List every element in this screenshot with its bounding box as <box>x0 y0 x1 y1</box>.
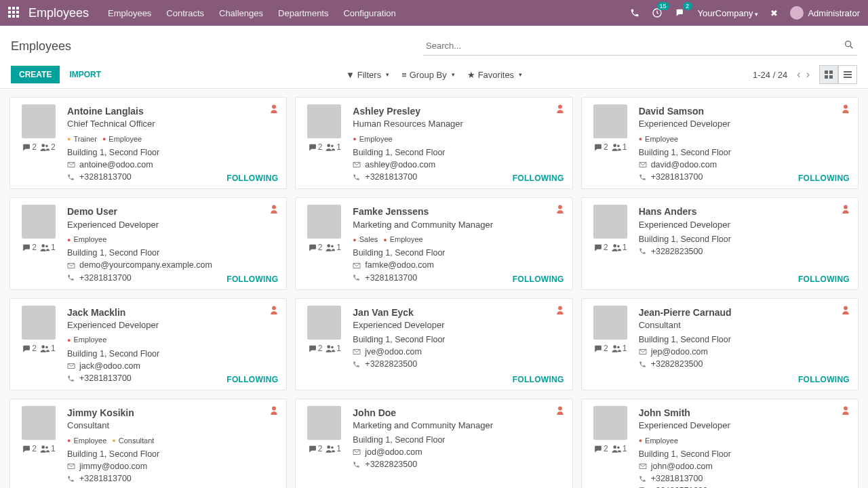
message-icon[interactable] <box>593 143 602 151</box>
employee-name: Jan Van Eyck <box>353 306 564 319</box>
main-nav: Employees Contracts Challenges Departmen… <box>108 8 629 18</box>
svg-point-29 <box>272 306 276 310</box>
email-line: famke@odoo.com <box>353 259 564 271</box>
kanban-view-button[interactable] <box>819 65 838 84</box>
employee-card[interactable]: 2 1 John Doe Marketing and Community Man… <box>295 399 572 488</box>
search-input[interactable] <box>423 37 857 55</box>
groupby-button[interactable]: ≡Group By <box>401 70 455 80</box>
followers-icon[interactable] <box>326 143 335 151</box>
apps-icon[interactable] <box>8 7 20 19</box>
employee-card[interactable]: 2 1 Jan Van Eyck Experienced Developer B… <box>295 298 572 390</box>
app-brand: Employees <box>28 6 89 20</box>
following-label[interactable]: FOLLOWING <box>513 174 564 183</box>
message-icon[interactable] <box>22 143 31 151</box>
employee-card[interactable]: 2 1 Famke Jenssens Marketing and Communi… <box>295 197 572 289</box>
pager-prev[interactable]: ‹ <box>797 68 800 81</box>
list-view-button[interactable] <box>838 65 857 84</box>
followers-icon[interactable] <box>326 445 335 453</box>
following-label[interactable]: FOLLOWING <box>513 375 564 384</box>
phone-icon[interactable] <box>630 8 639 18</box>
email-line: john@odoo.com <box>639 460 850 472</box>
employee-card[interactable]: 2 1 Jack Macklin Experienced Developer E… <box>9 298 287 390</box>
followers-icon[interactable] <box>40 344 50 352</box>
following-label[interactable]: FOLLOWING <box>226 375 278 384</box>
activity-icon[interactable]: 15 <box>652 7 663 18</box>
following-label[interactable]: FOLLOWING <box>798 274 850 284</box>
email-line: jod@odoo.com <box>353 446 564 458</box>
svg-point-17 <box>844 105 848 109</box>
employee-card[interactable]: 2 2 Antoine Langlais Chief Technical Off… <box>9 97 287 189</box>
followers-icon[interactable] <box>326 344 335 352</box>
presence-icon <box>270 306 278 314</box>
following-label[interactable]: FOLLOWING <box>798 174 850 183</box>
message-icon[interactable] <box>308 243 317 251</box>
employee-card[interactable]: 2 1 Hans Anders Experienced Developer Bu… <box>581 197 859 289</box>
user-menu[interactable]: Administrator <box>790 6 860 20</box>
employee-card[interactable]: 2 1 Jean-Pierre Carnaud Consultant Build… <box>581 298 859 390</box>
following-label[interactable]: FOLLOWING <box>226 274 278 284</box>
employee-card[interactable]: 2 1 Ashley Presley Human Resources Manag… <box>295 97 572 189</box>
followers-icon[interactable] <box>40 445 50 453</box>
followers-icon[interactable] <box>612 243 621 251</box>
employee-name: Antoine Langlais <box>67 104 278 118</box>
employee-photo <box>593 406 627 440</box>
search-icon[interactable] <box>844 39 854 50</box>
message-icon[interactable] <box>593 344 602 352</box>
list-icon: ≡ <box>401 70 407 80</box>
tag-list: Employee <box>639 132 850 145</box>
email-line: jimmy@odoo.com <box>67 460 278 472</box>
employee-card[interactable]: 2 1 Demo User Experienced Developer Empl… <box>9 197 287 289</box>
employee-photo <box>22 406 56 440</box>
employee-title: Experienced Developer <box>639 420 850 432</box>
nav-configuration[interactable]: Configuration <box>343 8 395 18</box>
nav-challenges[interactable]: Challenges <box>219 8 263 18</box>
pager-next[interactable]: › <box>806 68 810 81</box>
tag-list: EmployeeConsultant <box>67 434 278 447</box>
message-icon[interactable] <box>308 344 317 352</box>
favorites-button[interactable]: ★Favorites <box>467 70 522 80</box>
presence-icon <box>556 104 564 113</box>
employee-card[interactable]: 2 1 David Samson Experienced Developer E… <box>581 97 859 189</box>
employee-name: Hans Anders <box>639 205 850 218</box>
followers-icon[interactable] <box>612 143 621 151</box>
nav-departments[interactable]: Departments <box>278 8 328 18</box>
nav-employees[interactable]: Employees <box>108 8 151 18</box>
followers-icon[interactable] <box>326 243 335 251</box>
followers-icon[interactable] <box>40 243 50 251</box>
message-icon[interactable] <box>308 445 317 453</box>
svg-point-41 <box>558 407 562 411</box>
following-label[interactable]: FOLLOWING <box>226 174 278 183</box>
debug-icon[interactable]: ✖ <box>770 8 778 18</box>
location-line: Building 1, Second Floor <box>353 434 564 446</box>
phone-icon <box>353 174 361 181</box>
svg-point-42 <box>613 445 616 449</box>
message-icon[interactable] <box>593 445 602 453</box>
followers-icon[interactable] <box>612 445 621 453</box>
create-button[interactable]: CREATE <box>11 66 60 83</box>
followers-icon[interactable] <box>612 344 621 352</box>
email-line: jep@odoo.com <box>639 346 850 358</box>
message-icon[interactable] <box>22 445 31 453</box>
employee-card[interactable]: 2 1 Jimmy Kosikin Consultant EmployeeCon… <box>9 399 287 488</box>
svg-point-27 <box>41 345 45 348</box>
funnel-icon: ▼ <box>346 70 355 80</box>
following-label[interactable]: FOLLOWING <box>798 375 850 384</box>
email-line: jack@odoo.com <box>67 360 278 372</box>
nav-contracts[interactable]: Contracts <box>166 8 204 18</box>
filters-button[interactable]: ▼Filters <box>346 70 389 80</box>
message-icon[interactable] <box>308 143 317 151</box>
import-button[interactable]: IMPORT <box>69 66 101 83</box>
following-label[interactable]: FOLLOWING <box>513 274 564 284</box>
tag-list: SalesEmployee <box>353 233 564 246</box>
employee-title: Experienced Developer <box>353 319 564 332</box>
messaging-icon[interactable]: 2 <box>675 7 686 18</box>
message-icon[interactable] <box>593 243 602 251</box>
location-line: Building 1, Second Floor <box>639 448 850 460</box>
followers-icon[interactable] <box>40 143 50 151</box>
message-icon[interactable] <box>22 243 31 251</box>
message-icon[interactable] <box>22 344 31 352</box>
employee-card[interactable]: 2 1 John Smith Experienced Developer Emp… <box>581 399 859 488</box>
svg-point-33 <box>613 345 616 348</box>
svg-point-12 <box>328 144 331 147</box>
company-switcher[interactable]: YourCompany <box>698 8 759 18</box>
